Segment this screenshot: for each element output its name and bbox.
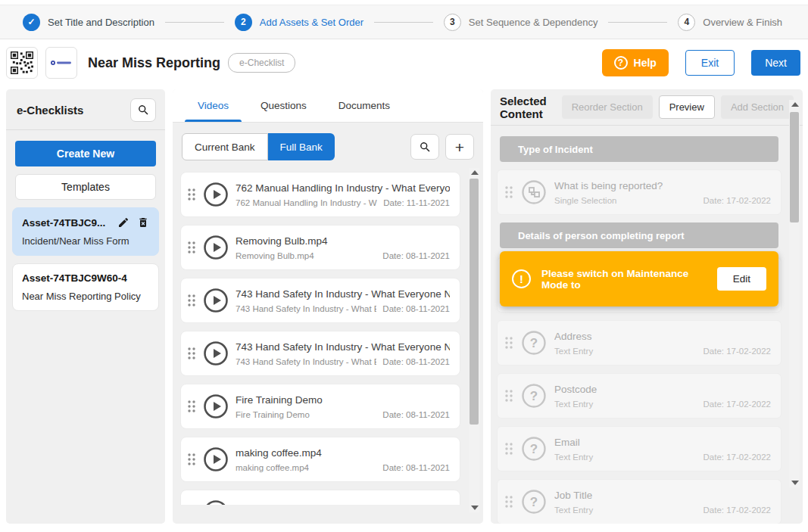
content-item[interactable]: ? Address Text Entry Date: 17-02-2022	[497, 320, 781, 366]
drag-handle-icon[interactable]	[187, 453, 196, 466]
tab-videos[interactable]: Videos	[182, 89, 245, 122]
video-date: Date: 08-11-2021	[382, 463, 450, 472]
video-title: 743 Hand Safety In Industry - What Every…	[236, 288, 450, 300]
drag-handle-icon[interactable]	[187, 347, 196, 360]
section-header[interactable]: Type of Incident	[500, 136, 778, 162]
svg-text:?: ?	[530, 442, 538, 456]
asset-library-panel: Videos Questions Documents Current Bank …	[173, 89, 483, 524]
play-icon	[203, 446, 229, 472]
add-video-button[interactable]: +	[445, 134, 474, 160]
video-date: Date: 11-11-2021	[383, 198, 450, 207]
preview-button[interactable]: Preview	[659, 95, 715, 119]
reorder-section-button[interactable]: Reorder Section	[562, 95, 653, 119]
step-3[interactable]: 3 Set Sequence & Dependency	[444, 14, 598, 31]
tab-documents[interactable]: Documents	[323, 89, 406, 122]
scrollbar-thumb[interactable]	[790, 112, 799, 222]
help-button[interactable]: ? Help	[602, 49, 669, 76]
video-item[interactable]: 743 Hand Safety In Industry - What Every…	[180, 331, 460, 376]
plus-icon: +	[455, 139, 464, 155]
search-icon	[419, 141, 432, 154]
play-icon	[203, 182, 229, 207]
create-new-button[interactable]: Create New	[15, 141, 156, 166]
video-title: Removing Bulb.mp4	[236, 235, 450, 247]
library-tabs: Videos Questions Documents	[173, 89, 483, 123]
content-item-title: Address	[554, 331, 771, 342]
content-item-type: Text Entry	[554, 453, 593, 462]
svg-text:?: ?	[530, 389, 538, 403]
scroll-down-arrow[interactable]	[471, 506, 479, 510]
content-item[interactable]: ? Postcode Text Entry Date: 17-02-2022	[497, 373, 781, 418]
search-icon	[137, 104, 150, 117]
current-bank-toggle[interactable]: Current Bank	[182, 133, 268, 160]
video-title: Video 1	[236, 505, 450, 506]
content-item-type: Text Entry	[554, 347, 593, 356]
play-icon	[203, 288, 229, 313]
checklist-asset-card[interactable]: Asset-74TBJC9... Incident/Near Miss Form	[12, 207, 159, 256]
video-title: 762 Manual Handling In Industry - What E…	[236, 182, 450, 194]
step-2[interactable]: 2 Add Assets & Set Order	[235, 14, 363, 31]
video-item[interactable]: making coffee.mp4 making coffee.mp4 Date…	[180, 437, 460, 482]
content-item-type: Text Entry	[554, 400, 593, 409]
tab-questions[interactable]: Questions	[245, 89, 323, 122]
page-title: Near Miss Reporting	[88, 55, 220, 71]
drag-handle-icon[interactable]	[187, 294, 196, 307]
add-section-button[interactable]: Add Section	[721, 95, 794, 119]
delete-icon[interactable]	[137, 216, 149, 229]
scroll-up-arrow[interactable]	[471, 170, 479, 175]
step-4[interactable]: 4 Overview & Finish	[678, 14, 782, 31]
next-button[interactable]: Next	[751, 50, 800, 76]
content-item[interactable]: ? Job Title Text Entry Date: 17-02-2022	[497, 479, 781, 524]
sidebar-search-button[interactable]	[130, 98, 156, 122]
content-item-type: Text Entry	[554, 506, 593, 515]
drag-handle-icon[interactable]	[187, 188, 196, 201]
step-2-number: 2	[235, 14, 252, 31]
drag-handle-icon[interactable]	[504, 185, 513, 199]
drag-handle-icon[interactable]	[504, 336, 513, 350]
scroll-down-arrow[interactable]	[791, 481, 799, 485]
video-item[interactable]: 743 Hand Safety In Industry - What Every…	[180, 278, 460, 323]
step-1[interactable]: ✓ Set Title and Description	[23, 14, 154, 31]
asset-list: Asset-74TBJC9... Incident/Near Miss Form…	[6, 207, 165, 311]
content-item-date: Date: 17-02-2022	[703, 506, 771, 515]
video-item[interactable]: Fire Training Demo Fire Training Demo Da…	[180, 384, 460, 429]
asset-name: Asset-74TBJC9W60-4	[22, 272, 149, 284]
video-item[interactable]: Removing Bulb.mp4 Removing Bulb.mp4 Date…	[180, 225, 460, 270]
content-item[interactable]: ? Email Text Entry Date: 17-02-2022	[497, 426, 781, 471]
asset-description: Incident/Near Miss Form	[22, 235, 149, 247]
selected-content-list: Type of Incident ? What is being reporte…	[491, 126, 803, 524]
play-icon	[203, 499, 229, 505]
video-date: Date: 08-11-2021	[382, 251, 450, 260]
qr-code-icon	[11, 51, 33, 74]
drag-handle-icon[interactable]	[187, 241, 196, 254]
brand-logo-thumbnail[interactable]	[45, 47, 77, 79]
drag-handle-icon[interactable]	[187, 400, 196, 413]
video-item[interactable]: Video 1	[180, 490, 460, 505]
page-header: Near Miss Reporting e-Checklist ? Help E…	[0, 39, 808, 86]
scrollbar-thumb[interactable]	[470, 179, 479, 425]
drag-handle-icon[interactable]	[504, 442, 513, 456]
content-item[interactable]: ? What is being reported? Single Selecti…	[497, 170, 781, 215]
play-icon	[203, 394, 229, 419]
video-subtitle: Removing Bulb.mp4	[236, 251, 314, 260]
video-item[interactable]: 762 Manual Handling In Industry - What E…	[180, 172, 460, 217]
check-icon: ✓	[23, 14, 40, 31]
scroll-up-arrow[interactable]	[791, 102, 799, 107]
templates-button[interactable]: Templates	[15, 174, 156, 200]
video-title: making coffee.mp4	[236, 447, 450, 459]
video-subtitle: Fire Training Demo	[236, 410, 310, 419]
full-bank-toggle[interactable]: Full Bank	[268, 133, 335, 160]
drag-handle-icon[interactable]	[504, 389, 513, 403]
echecklists-sidebar: e-Checklists Create New Templates Asset-…	[6, 89, 165, 524]
sidebar-title: e-Checklists	[17, 104, 83, 117]
checklist-asset-card[interactable]: Asset-74TBJC9W60-4 Near Miss Reporting P…	[12, 263, 159, 311]
edit-button[interactable]: Edit	[717, 267, 766, 291]
drag-handle-icon[interactable]	[504, 495, 513, 509]
video-subtitle: 743 Hand Safety In Industry - What Every…	[236, 357, 376, 366]
step-connector	[374, 22, 433, 23]
help-label: Help	[634, 57, 657, 69]
qr-code-thumbnail[interactable]	[6, 47, 38, 79]
edit-icon[interactable]	[117, 216, 129, 229]
section-header[interactable]: Details of person completing report	[500, 222, 778, 248]
library-search-button[interactable]	[410, 134, 439, 160]
exit-button[interactable]: Exit	[685, 50, 735, 76]
